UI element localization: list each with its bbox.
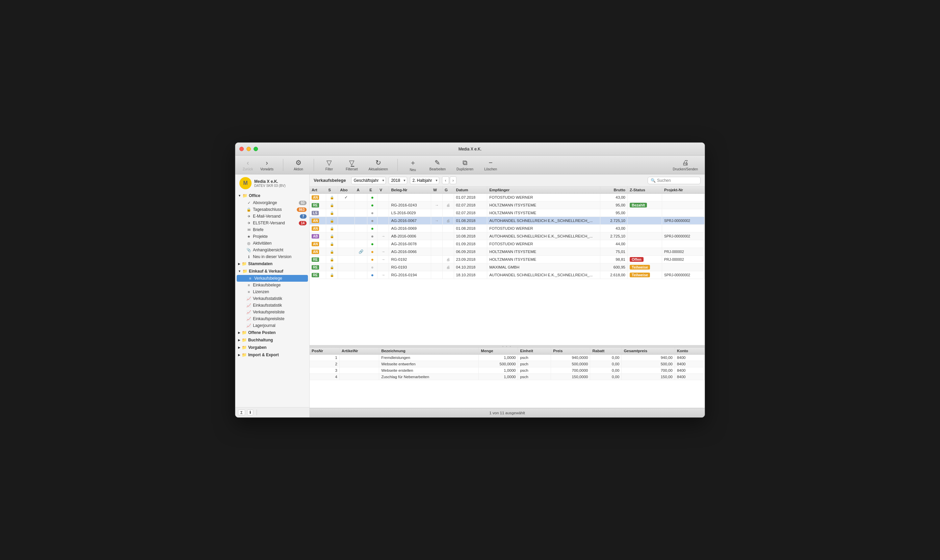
print-button[interactable]: 🖨 Drucken/Senden (670, 157, 701, 172)
cell-zstatus (628, 225, 662, 232)
half-dropdown[interactable]: 2. Halbjahr 1. Halbjahr (410, 177, 439, 184)
table-row[interactable]: LS🔒●LS-2016-002902.07.2018HOLTZMANN ITSY… (310, 209, 705, 217)
sidebar-item-neu-version[interactable]: ℹ Neu in dieser Version (235, 253, 309, 260)
dcell-gesamtpreis: 500,00 (622, 361, 675, 368)
table-row[interactable]: AN🔒●AG-2016-0067→🖨01.08.2018AUTOHANDEL S… (310, 217, 705, 225)
sidebar-group-einkauf[interactable]: ▼ 📁 Einkauf & Verkauf (235, 268, 309, 275)
sidebar-item-briefe[interactable]: ✉ Briefe (235, 226, 309, 233)
table-row[interactable]: AN🔒✓●01.07.2018FOTOSTUDIO WERNER43,00 (310, 194, 705, 202)
cell-art: AB (310, 232, 326, 240)
new-button[interactable]: ＋ Neu (404, 157, 421, 173)
sidebar-item-einkaufsbelege[interactable]: ≡ Einkaufsbelege (235, 282, 309, 288)
edit-button[interactable]: ✎ Bearbeiten (427, 157, 448, 172)
cell-beleg: RG-2016-0194 (389, 271, 431, 279)
table-row[interactable]: AN🔒●AG-2016-007801.09.2018FOTOSTUDIO WER… (310, 240, 705, 248)
cell-empfaenger: HOLTZMANN ITSYSTEME (487, 202, 600, 209)
year-label-dropdown[interactable]: Geschäftsjahr (351, 177, 386, 184)
z-status-badge: Offen (630, 257, 644, 262)
sidebar-item-verkaufsbelege[interactable]: ≡ Verkaufsbelege (237, 275, 308, 282)
sidebar-item-projekte[interactable]: ★ Projekte (235, 233, 309, 240)
info-bottom-button[interactable]: ℹ (247, 409, 253, 415)
import-expand-icon: ▶ (238, 353, 241, 357)
table-row[interactable]: RE🔒●→RG-0192🖨23.09.2018HOLTZMANN ITSYSTE… (310, 256, 705, 263)
sidebar-group-import[interactable]: ▶ 📁 Import & Export (235, 351, 309, 358)
duplicate-button[interactable]: ⧉ Duplizieren (454, 157, 476, 172)
dcell-artikelnr (340, 361, 379, 368)
sidebar-item-lagerjournal[interactable]: 📈 Lagerjournal (235, 322, 309, 329)
next-button[interactable]: › (450, 177, 457, 184)
prev-button[interactable]: ‹ (442, 177, 449, 184)
delete-button[interactable]: − Löschen (482, 157, 500, 172)
dcell-menge: 500,0000 (479, 361, 518, 368)
action-button[interactable]: ⚙ Aktion (290, 157, 307, 172)
statusbar-text: 1 von 11 ausgewählt (489, 411, 525, 415)
sidebar-group-office[interactable]: ▼ 📁 Office (235, 192, 309, 199)
sidebar-item-lizenzen[interactable]: ≡ Lizenzen (235, 288, 309, 295)
sidebar-group-buchhaltung[interactable]: ▶ 📁 Buchhaltung (235, 336, 309, 344)
sidebar-group-stammdaten[interactable]: ▶ 📁 Stammdaten (235, 260, 309, 268)
sidebar-item-tagesabschluss[interactable]: 🔒 Tagesabschluss 863 (235, 206, 309, 213)
back-button[interactable]: ‹ Zurück (239, 157, 256, 172)
search-input[interactable] (657, 178, 698, 183)
detail-row[interactable]: 4 Zuschlag für Nebenarbeiten 1,0000 psch… (310, 374, 705, 380)
table-row[interactable]: RE🔒●→RG-2016-019418.10.2018AUTOHANDEL SC… (310, 271, 705, 279)
detail-row[interactable]: 1 Fremdleistungen 1,0000 psch 940,0000 0… (310, 355, 705, 361)
search-icon: 🔍 (651, 178, 656, 183)
sidebar-item-aktivitaeten[interactable]: ◎ Aktivitäten (235, 240, 309, 246)
cell-v: → (378, 271, 389, 279)
forward-button[interactable]: › Vorwärts (258, 157, 276, 172)
sidebar-item-abovorgaenge[interactable]: ✓ Abovorgänge 93 (235, 199, 309, 206)
dcol-gesamtpreis: Gesamtpreis (622, 348, 675, 355)
sidebar-item-elster[interactable]: ✈ ELSTER-Versand 14 (235, 220, 309, 226)
sidebar-item-einkaufsstatistik[interactable]: 📈 Einkaufsstatistik (235, 302, 309, 309)
lock-icon: 🔒 (330, 266, 334, 269)
table-row[interactable]: AN🔒●AG-2016-006901.08.2018FOTOSTUDIO WER… (310, 225, 705, 232)
table-row[interactable]: AB🔒●→AB-2016-000610.08.2018AUTOHANDEL SC… (310, 232, 705, 240)
cell-a (355, 194, 367, 202)
half-select[interactable]: 2. Halbjahr 1. Halbjahr ▼ (410, 177, 439, 184)
cell-g (443, 194, 454, 202)
window-controls[interactable] (239, 147, 258, 151)
sidebar-item-label: Tagesabschluss (253, 207, 282, 212)
cell-s: 🔒 (326, 232, 338, 240)
detail-row[interactable]: 2 Webseite entwerfen 500,0000 psch 500,0… (310, 361, 705, 368)
filterset-button[interactable]: ▽̲ Filterset (343, 157, 361, 172)
cell-s: 🔒 (326, 256, 338, 263)
year-dropdown[interactable]: 2018 2017 2016 (389, 177, 407, 184)
sigma-button[interactable]: Σ (238, 409, 245, 415)
check-icon: ✓ (246, 201, 252, 205)
table-row[interactable]: RE🔒●RG-0193🖨04.10.2018MAXIMAL GMBH600,95… (310, 263, 705, 271)
cell-abo: ✓ (338, 194, 355, 202)
cell-zstatus (628, 232, 662, 240)
update-button[interactable]: ↻ Aktualisieren (366, 157, 391, 172)
detail-row[interactable]: 3 Webseite erstellen 1,0000 psch 700,000… (310, 368, 705, 374)
table-row[interactable]: RE🔒●RG-2016-0243→🖨02.07.2018HOLTZMANN IT… (310, 202, 705, 209)
sidebar-item-verkaufsstatistik[interactable]: 📈 Verkaufsstatistik (235, 295, 309, 302)
filter-button[interactable]: ▽ Filter (321, 157, 338, 172)
offene-folder-icon: 📁 (242, 330, 247, 335)
sidebar-group-vorgaben[interactable]: ▶ 📁 Vorgaben (235, 344, 309, 351)
year-label-select[interactable]: Geschäftsjahr ▼ (351, 177, 386, 184)
sidebar-item-verkaufspreisliste[interactable]: 📈 Verkaufspreisliste (235, 309, 309, 315)
dcell-konto: 8400 (675, 355, 704, 361)
sidebar-item-anhang[interactable]: 📎 Anhangübersicht (235, 246, 309, 253)
close-button[interactable] (239, 147, 244, 151)
import-label: Import & Export (248, 352, 279, 357)
dcell-posnr: 2 (310, 361, 340, 368)
year-select[interactable]: 2018 2017 2016 ▼ (389, 177, 407, 184)
table-row[interactable]: AN🔒🔗●→AG-2016-006606.09.2018HOLTZMANN IT… (310, 248, 705, 256)
sidebar-item-einkaufspreisliste[interactable]: 📈 Einkaufspreisliste (235, 315, 309, 322)
maximize-button[interactable] (253, 147, 258, 151)
minimize-button[interactable] (247, 147, 251, 151)
cell-art: RE (310, 263, 326, 271)
sidebar-item-email[interactable]: ✈ E-Mail-Versand 7 (235, 213, 309, 220)
anhang-icon: 📎 (246, 248, 252, 252)
toolbar: ‹ Zurück › Vorwärts ⚙ Aktion ▽ Filter ▽̲… (235, 155, 705, 174)
z-status-badge: Bezahlt (630, 203, 647, 208)
cell-g (443, 232, 454, 240)
cell-e: ● (367, 232, 378, 240)
sidebar-group-offene[interactable]: ▶ 📁 Offene Posten (235, 329, 309, 336)
update-icon: ↻ (375, 158, 381, 167)
cell-art: RE (310, 256, 326, 263)
dcell-gesamtpreis: 150,00 (622, 374, 675, 380)
